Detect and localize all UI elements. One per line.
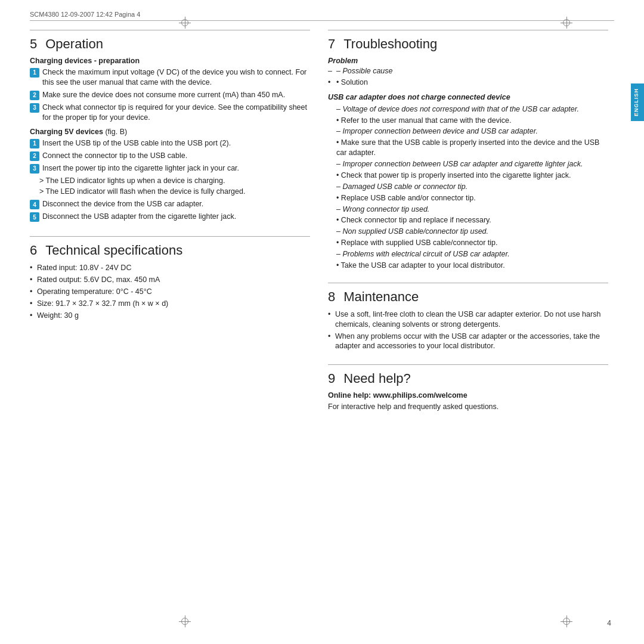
step-2-text: Make sure the device does not consume mo… [42,90,310,100]
list-item: 1 Check the maximum input voltage (V DC)… [30,67,310,88]
section-9-label: Need help? [343,371,411,386]
list-item: When any problems occur with the USB car… [328,332,608,352]
section-troubleshooting: 7 Troubleshooting Problem – Possible cau… [328,30,608,278]
section-8-number: 8 [328,289,335,305]
solution-entry: • Replace with supplied USB cable/connec… [328,238,608,248]
section-maintenance: 8 Maintenance Use a soft, lint-free clot… [328,283,608,360]
list-item: 5 Disconnect the USB adapter from the ci… [30,212,310,222]
header-text: SCM4380 12-09-2007 12:42 Pagina 4 [30,11,140,18]
header-bar: SCM4380 12-09-2007 12:42 Pagina 4 [30,11,614,21]
section-7-number: 7 [328,36,335,52]
fig-ref: (fig. B) [105,128,127,136]
list-item: Weight: 30 g [30,311,310,321]
step-5v-badge-5: 5 [30,212,39,222]
online-help-desc: For interactive help and frequently aske… [328,402,608,413]
section-6-label: Technical specifications [45,243,182,258]
step-5v-badge-4: 4 [30,200,39,209]
section-5-label: Operation [45,36,103,52]
sub-item-1: > The LED indicator lights up when a dev… [39,176,310,186]
step-5v-2-text: Connect the connector tip to the USB cab… [42,151,310,161]
main-content: 5 Operation Charging devices - preparati… [30,30,608,614]
legend-solution: • Solution [328,78,608,88]
page-number: 4 [607,619,611,627]
list-item: Operating temperature: 0°C - 45°C [30,287,310,297]
side-tab: ENGLISH [631,83,644,121]
list-item: 2 Make sure the device does not consume … [30,90,310,100]
solution-entry: • Take the USB car adapter to your local… [328,261,608,271]
cause-entry: – Improper connection between device and… [328,126,608,137]
section-7-label: Troubleshooting [343,36,437,52]
sub-item-2: > The LED indicator will flash when the … [39,187,310,197]
charging-5v-list: 1 Insert the USB tip of the USB cable in… [30,138,310,174]
crosshair-bottom-left [179,615,191,627]
section-tech-specs: 6 Technical specifications Rated input: … [30,236,310,329]
charging-prep-heading: Charging devices - preparation [30,57,310,65]
crosshair-top-right [561,17,572,29]
solution-entry: • Make sure that the USB cable is proper… [328,138,608,158]
step-5v-badge-2: 2 [30,151,39,161]
section-need-help: 9 Need help? Online help: www.philips.co… [328,364,608,419]
cause-entry: – Non supplied USB cable/connector tip u… [328,227,608,237]
list-item: Rated output: 5.6V DC, max. 450 mA [30,275,310,285]
section-9-title: 9 Need help? [328,371,608,386]
list-item: 1 Insert the USB tip of the USB cable in… [30,138,310,148]
cause-entry: – Wrong connector tip used. [328,205,608,215]
step-5v-5-text: Disconnect the USB adapter from the ciga… [42,212,310,222]
solution-entry: • Check that power tip is properly inser… [328,171,608,181]
tech-specs-list: Rated input: 10.8V - 24V DC Rated output… [30,263,310,320]
section-7-title: 7 Troubleshooting [328,36,608,52]
step-5v-1-text: Insert the USB tip of the USB cable into… [42,138,310,148]
step-badge-3: 3 [30,103,39,113]
step-3-text: Check what connector tip is required for… [42,103,310,123]
section-operation: 5 Operation Charging devices - preparati… [30,30,310,230]
problem-group-title: USB car adapter does not charge connecte… [328,92,608,103]
section-6-number: 6 [30,243,37,258]
step-5v-3-text: Insert the power tip into the cigarette … [42,163,310,174]
maintenance-list: Use a soft, lint-free cloth to clean the… [328,309,608,352]
cause-entry: – Improper connection between USB car ad… [328,159,608,169]
solution-entry: • Replace USB cable and/or connector tip… [328,193,608,203]
solution-entry: • Check connector tip and replace if nec… [328,215,608,225]
troubleshooting-entries: – Voltage of device does not correspond … [328,104,608,271]
section-8-title: 8 Maintenance [328,289,608,305]
charging-5v-heading: Charging 5V devices (fig. B) [30,128,310,136]
solution-entry: • Refer to the user manual that came wit… [328,116,608,126]
legend-problem: Problem [328,57,608,65]
section-6-title: 6 Technical specifications [30,243,310,258]
cause-entry: – Problems with electrical circuit of US… [328,249,608,259]
section-5-title: 5 Operation [30,36,310,52]
list-item: 3 Insert the power tip into the cigarett… [30,163,310,174]
cause-entry: – Voltage of device does not correspond … [328,104,608,114]
step-5v-badge-1: 1 [30,139,39,148]
charging-prep-list: 1 Check the maximum input voltage (V DC)… [30,67,310,123]
list-item: Use a soft, lint-free cloth to clean the… [328,309,608,330]
step-1-text: Check the maximum input voltage (V DC) o… [42,67,310,88]
step-badge-2: 2 [30,91,39,100]
section-5-number: 5 [30,36,37,52]
step-5v-4-text: Disconnect the device from the USB car a… [42,199,310,209]
crosshair-top-left [179,17,191,29]
crosshair-bottom-right [561,615,572,627]
section-8-label: Maintenance [343,289,419,305]
legend-cause: – Possible cause [328,66,608,76]
list-item: 3 Check what connector tip is required f… [30,103,310,123]
list-item: 2 Connect the connector tip to the USB c… [30,151,310,161]
step-5v-badge-3: 3 [30,164,39,174]
step-badge-1: 1 [30,68,39,78]
list-item: Rated input: 10.8V - 24V DC [30,263,310,273]
online-help-label: Online help: www.philips.com/welcome [328,391,608,400]
right-column: 7 Troubleshooting Problem – Possible cau… [328,30,608,614]
list-item: 4 Disconnect the device from the USB car… [30,199,310,209]
charging-5v-list-cont: 4 Disconnect the device from the USB car… [30,199,310,222]
section-9-number: 9 [328,371,335,386]
cause-entry: – Damaged USB cable or connector tip. [328,182,608,192]
left-column: 5 Operation Charging devices - preparati… [30,30,310,614]
list-item: Size: 91.7 × 32.7 × 32.7 mm (h × w × d) [30,299,310,309]
